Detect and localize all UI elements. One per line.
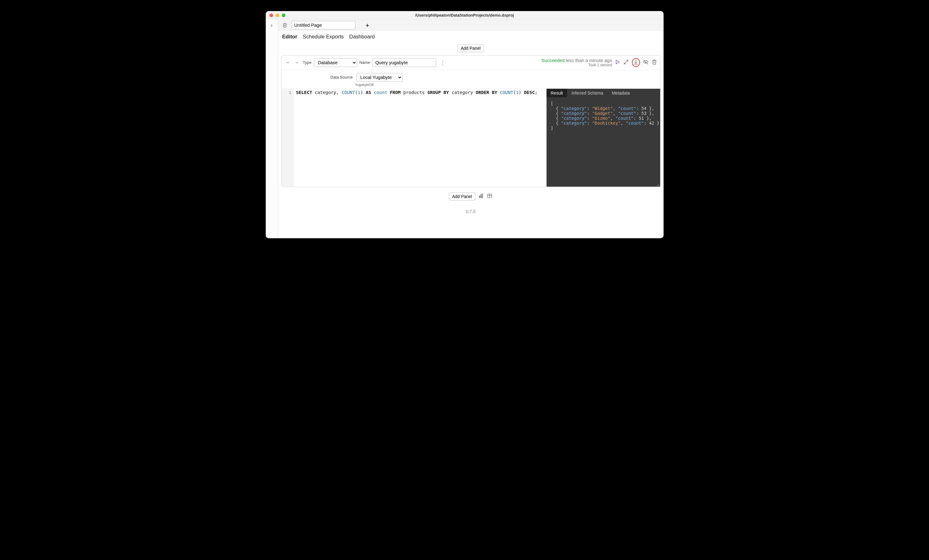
- delete-page-button[interactable]: [281, 21, 288, 29]
- svg-marker-0: [616, 60, 619, 64]
- tab-dashboard[interactable]: Dashboard: [349, 34, 375, 40]
- app-window: /Users/philipeaton/DataStationProjects/d…: [266, 11, 664, 238]
- resize-handle-icon[interactable]: [656, 183, 659, 186]
- svg-rect-3: [479, 196, 480, 198]
- run-button[interactable]: [615, 59, 620, 66]
- window-title: /Users/philipeaton/DataStationProjects/d…: [266, 13, 664, 17]
- svg-rect-4: [481, 195, 481, 198]
- data-source-engine: YugabyteDB: [281, 83, 660, 89]
- data-source-row: Data Source Local Yugabyte: [281, 70, 660, 83]
- panel-status: Succeeded less than a minute ago Took 1 …: [542, 58, 612, 67]
- fullscreen-button[interactable]: [623, 59, 629, 66]
- view-tabs: Editor Schedule Exports Dashboard: [278, 31, 664, 42]
- result-tab-result[interactable]: Result: [547, 89, 567, 97]
- type-label: Type: [303, 60, 311, 65]
- result-tab-schema[interactable]: Inferred Schema: [567, 89, 608, 97]
- tab-schedule[interactable]: Schedule Exports: [303, 34, 344, 40]
- panel: Type Database Name ⋮ Succeeded less than…: [281, 55, 661, 187]
- add-table-icon[interactable]: [487, 193, 492, 200]
- panel-header: Type Database Name ⋮ Succeeded less than…: [281, 55, 660, 70]
- version-label: 0.7.0: [278, 200, 664, 217]
- editor-area: 1 SELECT category, COUNT(1) AS count FRO…: [281, 89, 660, 187]
- panel-menu-button[interactable]: ⋮: [439, 59, 447, 66]
- result-tabs: Result Inferred Schema Metadata: [547, 89, 660, 97]
- add-panel-bottom-button[interactable]: Add Panel: [449, 193, 475, 200]
- result-tab-metadata[interactable]: Metadata: [608, 89, 634, 97]
- page-name-input[interactable]: [291, 21, 356, 29]
- add-panel-top-button[interactable]: Add Panel: [457, 44, 484, 52]
- svg-line-2: [624, 62, 626, 64]
- name-label: Name: [359, 60, 370, 65]
- expand-sidebar-icon[interactable]: [270, 23, 274, 29]
- data-source-select[interactable]: Local Yugabyte: [356, 73, 402, 82]
- add-page-button[interactable]: ＋: [365, 21, 370, 29]
- panel-name-input[interactable]: [373, 58, 436, 67]
- data-source-label: Data Source: [331, 75, 353, 80]
- add-chart-icon[interactable]: [478, 193, 484, 200]
- result-pane: Result Inferred Schema Metadata [ { "cat…: [547, 89, 660, 187]
- svg-line-1: [626, 60, 628, 62]
- collapse-panel-icon[interactable]: [285, 59, 291, 66]
- expand-panel-icon[interactable]: [294, 59, 300, 66]
- result-body[interactable]: [ { "category": "Widget", "count": 54 },…: [547, 97, 660, 187]
- svg-rect-5: [482, 194, 483, 198]
- panel-type-select[interactable]: Database: [314, 58, 357, 67]
- download-button[interactable]: [632, 58, 640, 67]
- delete-panel-button[interactable]: [652, 59, 657, 66]
- page-tab-bar: ＋: [278, 20, 664, 31]
- left-rail: [266, 20, 278, 238]
- line-gutter: 1: [281, 89, 294, 187]
- hide-button[interactable]: [643, 59, 648, 66]
- tab-editor[interactable]: Editor: [282, 34, 297, 40]
- titlebar: /Users/philipeaton/DataStationProjects/d…: [266, 11, 664, 20]
- sql-editor[interactable]: SELECT category, COUNT(1) AS count FROM …: [294, 89, 547, 187]
